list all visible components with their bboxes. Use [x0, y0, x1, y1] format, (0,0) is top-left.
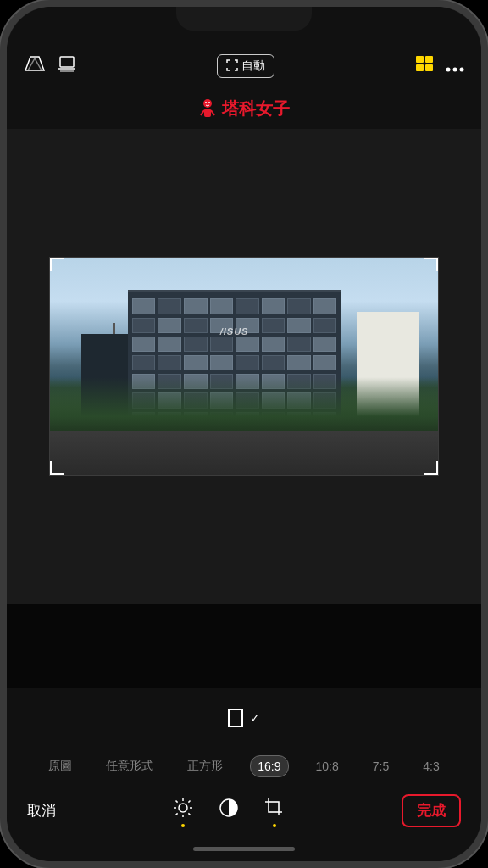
brand-logo: 塔科女子 [198, 97, 290, 120]
phone-screen: 自動 [7, 7, 481, 861]
toolbar-center: 自動 [217, 54, 274, 78]
svg-point-7 [460, 68, 464, 72]
top-toolbar: 自動 [7, 44, 481, 88]
brand-name: 塔科女子 [222, 97, 290, 120]
photo-frame[interactable]: /ISUS [49, 257, 438, 476]
svg-rect-4 [425, 64, 433, 71]
ratio-16-9[interactable]: 16:9 [250, 755, 288, 777]
ground-area [50, 431, 437, 475]
layers-icon[interactable] [58, 55, 76, 77]
toolbar-left [24, 55, 76, 77]
crop-icons-area: ✓ [7, 688, 481, 748]
svg-rect-9 [204, 108, 211, 117]
ratio-original[interactable]: 原圖 [42, 755, 79, 777]
svg-point-12 [179, 804, 187, 812]
svg-rect-1 [416, 56, 424, 63]
notch [176, 7, 312, 31]
ratio-4-3[interactable]: 4:3 [416, 756, 446, 776]
adjust-tool-button[interactable] [172, 797, 194, 824]
svg-rect-3 [416, 64, 424, 71]
logo-area: 塔科女子 [7, 88, 481, 129]
auto-mode-button[interactable]: 自動 [217, 54, 274, 78]
home-bar [193, 847, 295, 851]
adjust-dot [181, 824, 185, 827]
photo-background: /ISUS [50, 258, 437, 475]
portrait-crop-icon [228, 709, 243, 727]
crop-tool-button[interactable] [263, 797, 286, 824]
more-icon[interactable] [446, 55, 464, 77]
image-container: /ISUS [7, 129, 481, 604]
logo-character-icon [198, 98, 217, 119]
crop-dot [273, 824, 276, 827]
scan-frame-icon [226, 59, 238, 74]
dark-overlay [7, 604, 481, 688]
auto-label: 自動 [241, 58, 265, 74]
svg-rect-0 [60, 57, 74, 67]
ratio-square[interactable]: 正方形 [180, 755, 230, 777]
toolbar-right [415, 55, 464, 77]
checkmark-icon: ✓ [250, 711, 260, 725]
perspective-icon[interactable] [24, 55, 46, 77]
svg-point-6 [453, 68, 458, 72]
done-button[interactable]: 完成 [402, 794, 461, 827]
tool-icons [172, 797, 286, 824]
ratio-10-8[interactable]: 10:8 [309, 756, 346, 776]
ratio-bar: 原圖 任意形式 正方形 16:9 10:8 7:5 4:3 [7, 748, 481, 785]
filter-tool-button[interactable] [218, 797, 240, 824]
svg-point-11 [208, 102, 210, 103]
ratio-7-5[interactable]: 7:5 [366, 756, 396, 776]
ratio-freeform[interactable]: 任意形式 [99, 755, 160, 777]
svg-point-5 [446, 68, 451, 72]
svg-rect-2 [425, 56, 433, 63]
home-indicator [7, 836, 481, 861]
portrait-crop-item[interactable]: ✓ [228, 709, 260, 727]
layout-icon[interactable] [415, 55, 434, 77]
asus-logo: /ISUS [220, 326, 249, 337]
cancel-button[interactable]: 取消 [27, 801, 56, 821]
svg-point-10 [205, 102, 207, 103]
svg-rect-14 [269, 802, 279, 812]
phone-frame: 自動 [0, 0, 488, 868]
bottom-toolbar: 取消 [7, 785, 481, 836]
